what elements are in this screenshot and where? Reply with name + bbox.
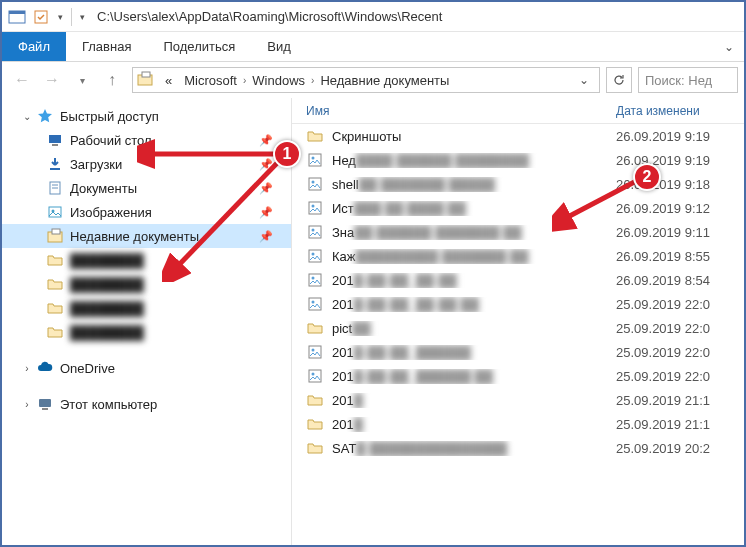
folder-icon xyxy=(306,319,324,337)
search-input[interactable]: Поиск: Нед xyxy=(638,67,738,93)
ribbon-collapse-icon[interactable]: ⌄ xyxy=(714,32,744,61)
file-row[interactable]: SAT█ ███████████████25.09.2019 20:2 xyxy=(292,436,744,460)
folder-icon xyxy=(306,439,324,457)
breadcrumb-item[interactable]: Microsoft xyxy=(178,73,243,88)
sidebar-item[interactable]: ████████ xyxy=(2,320,291,344)
file-date: 26.09.2019 8:55 xyxy=(616,249,710,264)
explorer-icon xyxy=(6,6,28,28)
file-row[interactable]: Ист███ ██ ████ ██26.09.2019 9:12 xyxy=(292,196,744,220)
computer-icon xyxy=(36,395,54,413)
sidebar-onedrive[interactable]: › OneDrive xyxy=(2,356,291,380)
img-icon xyxy=(306,151,324,169)
desktop-icon xyxy=(46,131,64,149)
file-date: 25.09.2019 21:1 xyxy=(616,417,710,432)
tab-home[interactable]: Главная xyxy=(66,32,147,61)
sidebar-item[interactable]: Документы📌 xyxy=(2,176,291,200)
properties-icon[interactable] xyxy=(30,6,52,28)
breadcrumb-item[interactable]: Недавние документы xyxy=(314,73,455,88)
img-icon xyxy=(306,247,324,265)
chevron-right-icon[interactable]: › xyxy=(20,399,34,410)
pin-icon: 📌 xyxy=(259,182,273,195)
file-name: 201█-██-██_██████ ██ xyxy=(332,369,616,384)
sidebar-this-pc[interactable]: › Этот компьютер xyxy=(2,392,291,416)
img-icon xyxy=(306,199,324,217)
file-name: Нед████ ██████ ████████ xyxy=(332,153,616,168)
file-date: 25.09.2019 22:0 xyxy=(616,297,710,312)
file-row[interactable]: Скриншоты26.09.2019 9:19 xyxy=(292,124,744,148)
pin-icon: 📌 xyxy=(259,158,273,171)
file-row[interactable]: shell██ ███████ █████26.09.2019 9:18 xyxy=(292,172,744,196)
up-button[interactable]: ↑ xyxy=(98,66,126,94)
file-row[interactable]: pict██25.09.2019 22:0 xyxy=(292,316,744,340)
breadcrumb-dropdown-icon[interactable]: ⌄ xyxy=(573,73,595,87)
sidebar-item[interactable]: Изображения📌 xyxy=(2,200,291,224)
file-row[interactable]: 201█25.09.2019 21:1 xyxy=(292,388,744,412)
svg-rect-14 xyxy=(52,229,60,234)
svg-rect-11 xyxy=(49,207,61,217)
svg-rect-1 xyxy=(9,11,25,14)
refresh-button[interactable] xyxy=(606,67,632,93)
folder-icon xyxy=(46,323,64,341)
file-date: 25.09.2019 22:0 xyxy=(616,321,710,336)
img-icon xyxy=(306,175,324,193)
folder-icon xyxy=(46,251,64,269)
sidebar-item[interactable]: Недавние документы📌 xyxy=(2,224,291,248)
downloads-icon xyxy=(46,155,64,173)
sidebar-item[interactable]: Рабочий стол📌 xyxy=(2,128,291,152)
chevron-right-icon[interactable]: › xyxy=(20,363,34,374)
sidebar-item[interactable]: ████████ xyxy=(2,296,291,320)
tab-view[interactable]: Вид xyxy=(251,32,307,61)
history-dropdown-icon[interactable]: ▾ xyxy=(68,66,96,94)
file-row[interactable]: 201█25.09.2019 21:1 xyxy=(292,412,744,436)
svg-rect-21 xyxy=(309,202,321,214)
file-row[interactable]: Каж█████████ ███████ ██26.09.2019 8:55 xyxy=(292,244,744,268)
file-row[interactable]: 201█-██-██_██-██26.09.2019 8:54 xyxy=(292,268,744,292)
file-row[interactable]: Нед████ ██████ ████████26.09.2019 9:19 xyxy=(292,148,744,172)
breadcrumb[interactable]: « Microsoft › Windows › Недавние докумен… xyxy=(132,67,600,93)
qat-dropdown-icon[interactable]: ▾ xyxy=(58,12,63,22)
file-row[interactable]: 201█-██-██_██████25.09.2019 22:0 xyxy=(292,340,744,364)
img-icon xyxy=(306,367,324,385)
window-title: C:\Users\alex\AppData\Roaming\Microsoft\… xyxy=(97,9,442,24)
chevron-down-icon[interactable]: ⌄ xyxy=(20,111,34,122)
svg-rect-16 xyxy=(42,408,48,410)
sidebar-quick-access[interactable]: ⌄ Быстрый доступ xyxy=(2,104,291,128)
qat-overflow-icon[interactable]: ▾ xyxy=(80,12,85,22)
file-name: Ист███ ██ ████ ██ xyxy=(332,201,616,216)
svg-point-26 xyxy=(312,253,315,256)
svg-rect-29 xyxy=(309,298,321,310)
sidebar-item[interactable]: ████████ xyxy=(2,272,291,296)
svg-rect-27 xyxy=(309,274,321,286)
sidebar-item-label: Загрузки xyxy=(70,157,122,172)
back-button[interactable]: ← xyxy=(8,66,36,94)
column-date[interactable]: Дата изменени xyxy=(616,104,744,118)
forward-button[interactable]: → xyxy=(38,66,66,94)
breadcrumb-item[interactable]: Windows xyxy=(246,73,311,88)
sidebar-item-label: ████████ xyxy=(70,253,144,268)
file-name: 201█-██-██_██-██ ██ xyxy=(332,297,616,312)
svg-rect-17 xyxy=(309,154,321,166)
recent-icon xyxy=(46,227,64,245)
breadcrumb-prefix[interactable]: « xyxy=(159,73,178,88)
svg-point-18 xyxy=(312,157,315,160)
file-date: 25.09.2019 21:1 xyxy=(616,393,710,408)
file-row[interactable]: 201█-██-██_██-██ ██25.09.2019 22:0 xyxy=(292,292,744,316)
sidebar-item[interactable]: ████████ xyxy=(2,248,291,272)
file-date: 25.09.2019 22:0 xyxy=(616,369,710,384)
file-row[interactable]: Зна██ ██████ ███████ ██26.09.2019 9:11 xyxy=(292,220,744,244)
file-date: 26.09.2019 8:54 xyxy=(616,273,710,288)
file-date: 26.09.2019 9:19 xyxy=(616,153,710,168)
column-name[interactable]: Имя xyxy=(306,104,616,118)
folder-icon xyxy=(306,415,324,433)
svg-rect-7 xyxy=(50,168,60,170)
tab-file[interactable]: Файл xyxy=(2,32,66,61)
svg-rect-5 xyxy=(49,135,61,143)
svg-point-22 xyxy=(312,205,315,208)
pin-icon: 📌 xyxy=(259,230,273,243)
file-date: 25.09.2019 22:0 xyxy=(616,345,710,360)
tab-share[interactable]: Поделиться xyxy=(147,32,251,61)
sidebar-item-label: Изображения xyxy=(70,205,152,220)
file-row[interactable]: 201█-██-██_██████ ██25.09.2019 22:0 xyxy=(292,364,744,388)
sidebar-item[interactable]: Загрузки📌 xyxy=(2,152,291,176)
svg-point-32 xyxy=(312,349,315,352)
